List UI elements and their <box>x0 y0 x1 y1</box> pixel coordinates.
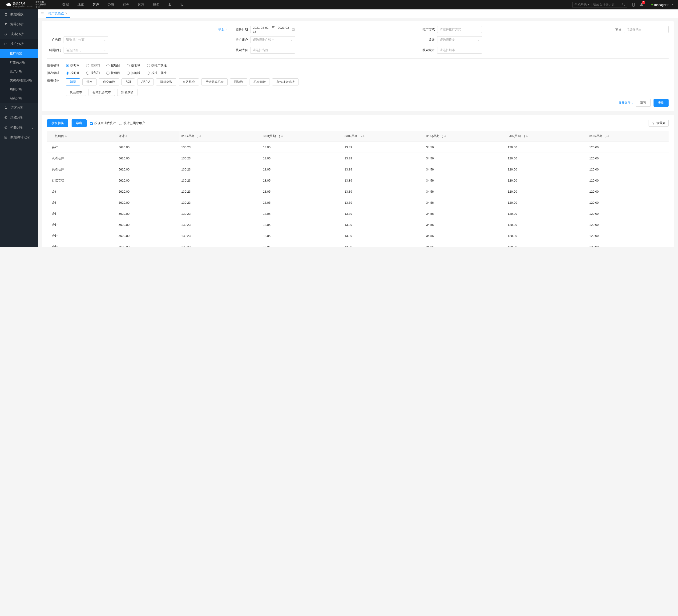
table-header[interactable]: 3/05(星期一) <box>424 131 505 142</box>
nav-item-4[interactable]: 财务 <box>118 0 134 9</box>
sidebar-sub-item[interactable]: 广告商分析 <box>0 58 38 67</box>
sidebar-item[interactable]: 数据看版 <box>0 9 38 19</box>
search-icon[interactable] <box>620 3 627 7</box>
logo[interactable]: 云朵CRM www.yunduocrm.com 教育机构一站式服务云平台 <box>2 1 51 8</box>
radio-option[interactable]: 按时间 <box>66 63 80 68</box>
filter-select[interactable]: 请选择城市⌄ <box>437 47 482 54</box>
expand-conditions-link[interactable]: 展开条件 ▾ <box>618 101 633 105</box>
filter-panel: 选择日期2021-03-02 至 2021-03-16推广方式请选择推广方式⌄项… <box>42 21 674 111</box>
search-input[interactable] <box>592 3 620 7</box>
radio-option[interactable]: 按地域 <box>127 63 140 68</box>
sidebar-item[interactable]: 数据流转记录 <box>0 132 38 142</box>
radio-option[interactable]: 按推广属性 <box>147 63 167 68</box>
radio-option[interactable]: 按地域 <box>127 71 140 75</box>
table-cell: 120.00 <box>505 164 587 175</box>
sidebar-item[interactable]: 漏斗分析 <box>0 19 38 29</box>
mobile-icon[interactable] <box>632 3 635 7</box>
metric-tag[interactable]: 有效机会成本 <box>88 89 115 96</box>
radio-option[interactable]: 按部门 <box>86 63 100 68</box>
table-header[interactable]: 3/04(星期一) <box>342 131 424 142</box>
sidebar-sub-item[interactable]: 站点分析 <box>0 94 38 103</box>
sidebar-sub-item[interactable]: 推广总览 <box>0 49 38 58</box>
close-icon[interactable]: ✕ <box>65 12 67 15</box>
dashboard-icon <box>4 13 7 16</box>
radio-option[interactable]: 按部门 <box>86 71 100 75</box>
radio-option[interactable]: 按项目 <box>106 63 120 68</box>
metric-tag[interactable]: 反馈无效机会 <box>201 78 228 85</box>
radio-option[interactable]: 按时间 <box>66 71 80 75</box>
reset-button[interactable]: 重置 <box>636 99 651 107</box>
nav-item-5[interactable]: 运营 <box>134 0 149 9</box>
table-header[interactable]: 合计 <box>116 131 179 142</box>
checkbox-cash-stats[interactable]: 按现金消费统计 <box>90 121 116 125</box>
table-header[interactable]: 3/02(星期一) <box>179 131 261 142</box>
date-range-picker[interactable]: 2021-03-02 至 2021-03-16 <box>250 26 297 33</box>
filter-select[interactable]: 请选择推广账户⌄ <box>250 36 295 43</box>
tab-promo-overview[interactable]: 推广总预览 ✕ <box>46 9 70 17</box>
search-type-select[interactable]: 手机号码 ▼ <box>572 3 592 7</box>
sidebar-item[interactable]: 渠道分析 <box>0 113 38 122</box>
query-button[interactable]: 查询 <box>653 99 669 107</box>
table-cell: 120.00 <box>587 208 669 219</box>
metric-tag[interactable]: 消费 <box>66 78 80 85</box>
metric-tag[interactable]: 回访数 <box>230 78 247 85</box>
nav-item-6[interactable]: 报名 <box>149 0 163 9</box>
metric-tag[interactable]: 成交单数 <box>99 78 119 85</box>
nav-item-1[interactable]: 线索 <box>73 0 88 9</box>
table-cell: 会计 <box>47 208 116 219</box>
table-cell: 会计 <box>47 142 116 153</box>
sidebar-sub-item[interactable]: 关键词/创意分析 <box>0 76 38 85</box>
filter-select[interactable]: 请选择省份⌄ <box>250 47 295 54</box>
metric-tag[interactable]: 机会成本 <box>66 89 86 96</box>
filter-select[interactable]: 请选择项目⌄ <box>624 26 669 33</box>
table-header[interactable]: 3/06(星期一) <box>505 131 587 142</box>
metric-tag[interactable]: ROI <box>121 78 135 85</box>
set-columns-button[interactable]: 设置列 <box>648 120 669 127</box>
table-panel: 横纵切换 导出 按现金消费统计 统计已删除用户 设置列 一级项目合计3/02(星… <box>42 115 674 247</box>
collapse-link[interactable]: 收起 ▴ <box>219 27 227 32</box>
sidebar-item[interactable]: 销售分析⌄ <box>0 122 38 132</box>
radio-option[interactable]: 按推广属性 <box>147 71 167 75</box>
filter-select[interactable]: 请选择部门⌄ <box>64 47 108 54</box>
chevron-down-icon: ⌄ <box>478 28 479 31</box>
svg-point-16 <box>653 123 654 123</box>
switch-axes-button[interactable]: 横纵切换 <box>47 119 68 127</box>
metric-tag[interactable]: 新机会数 <box>156 78 176 85</box>
nav-item-3[interactable]: 公海 <box>103 0 118 9</box>
sidebar-item[interactable]: 成本分析 <box>0 29 38 39</box>
sales-icon <box>4 126 7 129</box>
bell-icon[interactable]: 5 <box>640 3 643 7</box>
table-header[interactable]: 3/03(星期一) <box>261 131 342 142</box>
table-header[interactable]: 3/07(星期一) <box>587 131 669 142</box>
metric-tag[interactable]: 有效机会 <box>179 78 199 85</box>
filter-select[interactable]: 请选择设备⌄ <box>437 36 482 43</box>
export-button[interactable]: 导出 <box>72 119 87 127</box>
svg-rect-7 <box>5 14 6 15</box>
table-cell: 34.56 <box>424 219 505 230</box>
nav-user-icon[interactable] <box>163 3 176 7</box>
flow-icon <box>4 136 7 139</box>
radio-option[interactable]: 按项目 <box>106 71 120 75</box>
nav-item-0[interactable]: 数据 <box>58 0 73 9</box>
menu-toggle-icon[interactable] <box>40 11 44 15</box>
metric-tag[interactable]: ARPU <box>137 78 154 85</box>
nav-phone-icon[interactable] <box>176 3 188 7</box>
sidebar-sub-item[interactable]: 项目分析 <box>0 85 38 94</box>
filter-select[interactable]: 请选择推广方式⌄ <box>437 26 482 33</box>
sort-icon <box>125 134 127 138</box>
metric-tag[interactable]: 有效机会销转 <box>272 78 299 85</box>
filter-select[interactable]: 请选择广告商⌄ <box>64 36 108 43</box>
table-cell: 34.56 <box>424 197 505 208</box>
user-menu[interactable]: manager11 ▼ <box>649 3 676 7</box>
metric-tag[interactable]: 流水 <box>82 78 97 85</box>
metric-tag[interactable]: 报名成功 <box>117 89 138 96</box>
svg-rect-6 <box>6 13 7 14</box>
filter-label: 线索城市 <box>421 48 435 52</box>
metric-tag[interactable]: 机会销转 <box>250 78 270 85</box>
sidebar-sub-item[interactable]: 账户分析 <box>0 67 38 76</box>
nav-item-2[interactable]: 客户 <box>88 0 103 9</box>
checkbox-deleted-users[interactable]: 统计已删除用户 <box>119 121 145 125</box>
sidebar-item[interactable]: 访客分析 <box>0 103 38 113</box>
table-header[interactable]: 一级项目 <box>47 131 116 142</box>
sidebar-item[interactable]: 推广分析⌃ <box>0 39 38 49</box>
